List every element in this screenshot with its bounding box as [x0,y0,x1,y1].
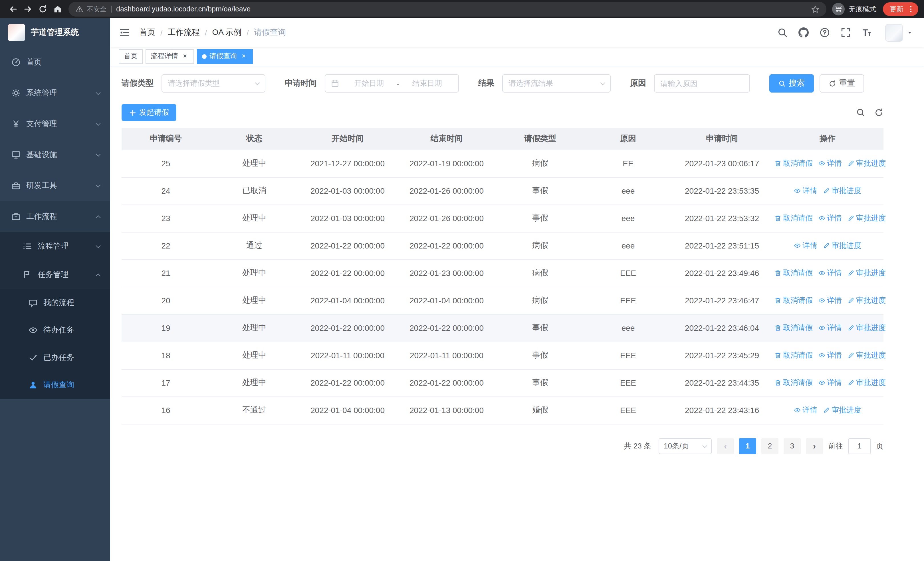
toggle-search-icon[interactable] [856,108,865,117]
avatar[interactable] [885,24,903,41]
chat-icon [28,298,38,307]
sidebar-item-workflow[interactable]: 工作流程 [0,201,110,232]
user-menu[interactable] [885,24,913,41]
page-3-button[interactable]: 3 [784,438,801,454]
close-icon[interactable]: × [240,52,248,60]
end-date-placeholder: 结束日期 [402,78,453,89]
sidebar-item-todo-tasks[interactable]: 待办任务 [0,316,110,344]
refresh-table-icon[interactable] [874,108,884,117]
action-progress-link[interactable]: 审批进度 [823,405,861,415]
sidebar-item-payment-management[interactable]: 支付管理 [0,108,110,139]
action-detail-link[interactable]: 详情 [818,295,842,305]
bookmark-star-icon[interactable] [811,5,819,14]
update-button[interactable]: 更新 [883,2,918,16]
tab-process-detail[interactable]: 流程详情× [146,49,194,64]
font-size-icon[interactable] [862,27,872,38]
action-label: 取消请假 [783,295,813,305]
cell-end-time: 2022-01-11 00:00:00 [397,341,496,369]
cell-apply-time: 2022-01-22 23:46:47 [672,287,772,314]
leave-type-select[interactable]: 请选择请假类型 [162,74,266,93]
tab-leave-query[interactable]: 请假查询× [197,49,253,64]
action-detail-link[interactable]: 详情 [818,158,842,168]
action-progress-link[interactable]: 审批进度 [823,241,861,251]
table-header-row: 申请编号状态开始时间结束时间请假类型原因申请时间操作 [122,128,884,150]
github-icon[interactable] [798,27,809,38]
action-progress-link[interactable]: 审批进度 [823,186,861,196]
table-row: 25处理中2021-12-27 00:00:002022-01-19 00:00… [122,150,884,177]
dashboard-icon [11,58,21,67]
fullscreen-icon[interactable] [841,27,851,38]
tags-view-bar: 首页流程详情×请假查询× [110,47,924,66]
url-text[interactable]: dashboard.yudao.iocoder.cn/bpm/oa/leave [116,5,806,13]
table-row: 22通过2022-01-22 00:00:002022-01-22 00:00:… [122,232,884,259]
total-count: 共 23 条 [624,441,651,451]
action-progress-link[interactable]: 审批进度 [848,378,886,388]
hamburger-icon[interactable] [119,27,130,38]
goto-page-input[interactable] [848,438,871,454]
cell-start-time: 2022-01-22 00:00:00 [298,314,397,341]
action-detail-link[interactable]: 详情 [818,350,842,361]
action-cancel-link[interactable]: 取消请假 [774,295,813,305]
sidebar-item-system-management[interactable]: 系统管理 [0,78,110,108]
sidebar-item-my-process[interactable]: 我的流程 [0,289,110,316]
action-progress-link[interactable]: 审批进度 [848,213,886,223]
eye-icon [818,270,825,277]
action-detail-link[interactable]: 详情 [818,213,842,223]
action-detail-link[interactable]: 详情 [818,268,842,278]
action-detail-link[interactable]: 详情 [794,186,817,196]
action-detail-link[interactable]: 详情 [794,241,817,251]
close-icon[interactable]: × [181,52,189,60]
action-progress-link[interactable]: 审批进度 [848,295,886,305]
sidebar-item-dev-tools[interactable]: 研发工具 [0,170,110,201]
breadcrumb-item[interactable]: 首页 [139,27,155,38]
address-bar[interactable]: 不安全 dashboard.yudao.iocoder.cn/bpm/oa/le… [69,2,826,17]
breadcrumb-item[interactable]: 工作流程 [168,27,200,38]
action-cancel-link[interactable]: 取消请假 [774,213,813,223]
logo[interactable]: 芋道管理系统 [0,18,110,47]
tab-home[interactable]: 首页 [119,49,142,64]
action-progress-link[interactable]: 审批进度 [848,268,886,278]
search-button[interactable]: 搜索 [770,74,814,93]
browser-menu-icon[interactable] [907,5,915,14]
sidebar-item-process-management[interactable]: 流程管理 [0,232,110,260]
action-cancel-link[interactable]: 取消请假 [774,323,813,333]
sidebar-item-done-tasks[interactable]: 已办任务 [0,344,110,371]
back-icon[interactable] [6,2,21,17]
search-icon[interactable] [777,27,788,38]
apply-time-range-picker[interactable]: 开始日期 - 结束日期 [325,74,459,93]
home-icon[interactable] [50,2,65,17]
action-cancel-link[interactable]: 取消请假 [774,268,813,278]
action-detail-link[interactable]: 详情 [818,378,842,388]
action-cancel-link[interactable]: 取消请假 [774,378,813,388]
sidebar-item-infrastructure[interactable]: 基础设施 [0,139,110,170]
create-leave-button[interactable]: 发起请假 [122,104,176,121]
cell-actions: 取消请假详情审批进度 [772,314,884,341]
reload-icon[interactable] [35,2,50,17]
page-2-button[interactable]: 2 [761,438,778,454]
result-select[interactable]: 请选择流结果 [502,74,610,93]
sidebar-item-home[interactable]: 首页 [0,47,110,78]
reset-button[interactable]: 重置 [819,74,864,93]
reason-input[interactable] [654,74,750,93]
goto-label: 前往 [828,441,843,451]
action-progress-link[interactable]: 审批进度 [848,323,886,333]
security-warning-icon[interactable] [75,5,83,13]
action-progress-link[interactable]: 审批进度 [848,158,886,168]
breadcrumb-item[interactable]: OA 示例 [212,27,242,38]
action-detail-link[interactable]: 详情 [794,405,817,415]
help-icon[interactable] [819,27,830,38]
page-1-button[interactable]: 1 [739,438,756,454]
action-cancel-link[interactable]: 取消请假 [774,350,813,361]
page-size-select[interactable]: 10条/页 [658,438,712,454]
forward-icon[interactable] [21,2,35,17]
action-progress-link[interactable]: 审批进度 [848,350,886,361]
cell-start-time: 2022-01-04 00:00:00 [298,397,397,424]
action-cancel-link[interactable]: 取消请假 [774,158,813,168]
sidebar-item-leave-query[interactable]: 请假查询 [0,371,110,399]
cell-apply-time: 2022-01-22 23:51:15 [672,232,772,259]
prev-page-button[interactable]: ‹ [717,438,734,454]
sidebar-item-task-management[interactable]: 任务管理 [0,260,110,289]
security-label[interactable]: 不安全 [87,5,106,14]
action-detail-link[interactable]: 详情 [818,323,842,333]
next-page-button[interactable]: › [806,438,823,454]
